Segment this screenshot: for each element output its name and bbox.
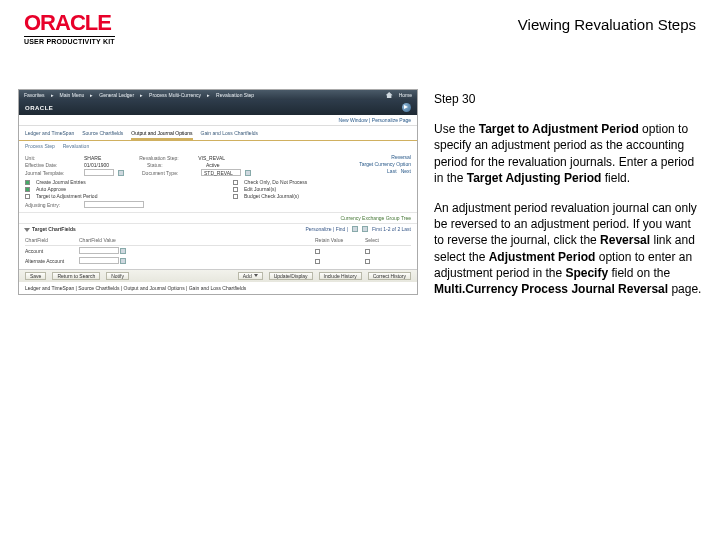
play-icon[interactable] — [402, 103, 411, 112]
subnav-process-step[interactable]: Process Step — [25, 143, 55, 149]
th-retain-value: Retain Value — [315, 237, 361, 243]
grid-icon[interactable] — [362, 226, 368, 232]
tab-output-journal-options[interactable]: Output and Journal Options — [131, 130, 192, 140]
checkbox-select[interactable] — [365, 249, 370, 254]
input-journal-template[interactable] — [84, 169, 114, 176]
cell-cf-name: Alternate Account — [25, 258, 75, 264]
value-effective-date: 01/01/1900 — [84, 162, 109, 168]
form-panel: Reversal Target Currency Option Last Nex… — [19, 151, 417, 213]
link-currency-exchange-tree[interactable]: Currency Exchange Group Tree — [19, 213, 417, 224]
label-cb1: Create Journal Entries — [36, 179, 86, 185]
value-status: Active — [206, 162, 220, 168]
add-button[interactable]: Add — [238, 272, 263, 280]
action-toolbar: Save Return to Search Notify Add Update/… — [19, 269, 417, 282]
th-chartfield-value: ChartField Value — [79, 237, 311, 243]
save-button[interactable]: Save — [25, 272, 46, 280]
checkbox-target-adjustment-period[interactable] — [25, 194, 30, 199]
section-title: Target ChartFields — [32, 226, 76, 232]
lookup-icon[interactable] — [120, 248, 126, 254]
target-chartfields-table: ChartField ChartField Value Retain Value… — [19, 235, 417, 269]
document-title: Viewing Revaluation Steps — [518, 12, 696, 33]
app-subnav: Process Step Revaluation — [19, 141, 417, 151]
brand-block: ORACLE USER PRODUCTIVITY KIT — [24, 12, 115, 45]
checkbox-edit-journals[interactable] — [233, 187, 238, 192]
lookup-icon[interactable] — [245, 170, 251, 176]
label-effective-date: Effective Date: — [25, 162, 80, 168]
menu-revaluation-step[interactable]: Revaluation Step — [216, 92, 254, 98]
checkbox-budget-check[interactable] — [233, 194, 238, 199]
th-chartfield: ChartField — [25, 237, 75, 243]
cell-cf-name: Account — [25, 248, 75, 254]
main-area: Favorites ▸ Main Menu ▸ General Ledger ▸… — [0, 49, 720, 311]
label-document-type: Document Type: — [142, 170, 197, 176]
brand-subtitle: USER PRODUCTIVITY KIT — [24, 36, 115, 45]
lookup-icon[interactable] — [120, 258, 126, 264]
link-next[interactable]: Next — [401, 168, 411, 174]
app-brandbar: ORACLE — [19, 100, 417, 115]
subnav-revaluation[interactable]: Revaluation — [63, 143, 89, 149]
home-icon[interactable] — [386, 92, 393, 98]
embedded-screenshot: Favorites ▸ Main Menu ▸ General Ledger ▸… — [18, 89, 418, 311]
notify-button[interactable]: Notify — [106, 272, 129, 280]
dropdown-icon — [254, 274, 258, 277]
app-logo: ORACLE — [25, 105, 53, 111]
section-target-chartfields-header: Target ChartFields Personalize | Find | … — [19, 224, 417, 235]
menu-favorites[interactable]: Favorites — [24, 92, 45, 98]
instructions-panel: Step 30 Use the Target to Adjustment Per… — [434, 89, 702, 311]
page-header: ORACLE USER PRODUCTIVITY KIT Viewing Rev… — [0, 0, 720, 49]
label-status: Status: — [147, 162, 202, 168]
label-adjusting-entry: Adjusting Entry: — [25, 202, 80, 208]
checkbox-retain[interactable] — [315, 249, 320, 254]
label-journal-template: Journal Template: — [25, 170, 80, 176]
label-revaluation-step: Revaluation Step: — [139, 155, 194, 161]
app-sublinks[interactable]: New Window | Personalize Page — [19, 115, 417, 126]
menu-main[interactable]: Main Menu — [60, 92, 85, 98]
section-range: First 1-2 of 2 Last — [372, 226, 411, 232]
link-last[interactable]: Last — [387, 168, 396, 174]
menu-gl[interactable]: General Ledger — [99, 92, 134, 98]
th-select: Select — [365, 237, 411, 243]
input-adjusting-entry[interactable] — [84, 201, 144, 208]
update-display-button[interactable]: Update/Display — [269, 272, 313, 280]
checkbox-create-journal-entries[interactable] — [25, 180, 30, 185]
label-unit: Unit: — [25, 155, 80, 161]
brand-logo: ORACLE — [24, 12, 115, 34]
value-unit: SHARE — [84, 155, 101, 161]
tab-source-chartfields[interactable]: Source Chartfields — [82, 130, 123, 140]
value-revaluation-step: VIS_REVAL — [198, 155, 225, 161]
return-to-search-button[interactable]: Return to Search — [52, 272, 100, 280]
checkbox-retain[interactable] — [315, 259, 320, 264]
table-row: Account — [25, 246, 411, 256]
lookup-icon[interactable] — [118, 170, 124, 176]
input-document-type[interactable]: STD_REVAL — [201, 169, 241, 176]
input-cf-value[interactable] — [79, 247, 119, 254]
label-cb6: Budget Check Journal(s) — [244, 193, 299, 199]
label-cb2: Check Only, Do Not Process — [244, 179, 307, 185]
zoom-icon[interactable] — [352, 226, 358, 232]
home-link[interactable]: Home — [399, 92, 412, 98]
input-cf-value[interactable] — [79, 257, 119, 264]
table-row: Alternate Account — [25, 256, 411, 266]
checkbox-select[interactable] — [365, 259, 370, 264]
section-tools[interactable]: Personalize | Find | — [305, 226, 348, 232]
link-target-currency-option[interactable]: Target Currency Option — [359, 161, 411, 168]
app-window: Favorites ▸ Main Menu ▸ General Ledger ▸… — [18, 89, 418, 295]
tab-ledger-timespan[interactable]: Ledger and TimeSpan — [25, 130, 74, 140]
link-reversal[interactable]: Reversal — [359, 154, 411, 161]
tab-gain-loss-chartfields[interactable]: Gain and Loss Chartfields — [201, 130, 259, 140]
instruction-paragraph-2: An adjustment period revaluation journal… — [434, 200, 702, 297]
menu-multicurrency[interactable]: Process Multi-Currency — [149, 92, 201, 98]
label-cb4: Edit Journal(s) — [244, 186, 276, 192]
include-history-button[interactable]: Include History — [319, 272, 362, 280]
instruction-paragraph-1: Use the Target to Adjustment Period opti… — [434, 121, 702, 186]
form-side-links: Reversal Target Currency Option Last Nex… — [359, 154, 411, 175]
collapse-icon[interactable] — [24, 228, 30, 232]
bottom-nav-links[interactable]: Ledger and TimeSpan | Source Chartfields… — [19, 282, 417, 294]
label-cb3: Auto Approve — [36, 186, 66, 192]
app-menubar: Favorites ▸ Main Menu ▸ General Ledger ▸… — [19, 90, 417, 100]
checkbox-check-only[interactable] — [233, 180, 238, 185]
step-number: Step 30 — [434, 91, 702, 107]
label-cb5: Target to Adjustment Period — [36, 193, 97, 199]
checkbox-auto-approve[interactable] — [25, 187, 30, 192]
correct-history-button[interactable]: Correct History — [368, 272, 411, 280]
